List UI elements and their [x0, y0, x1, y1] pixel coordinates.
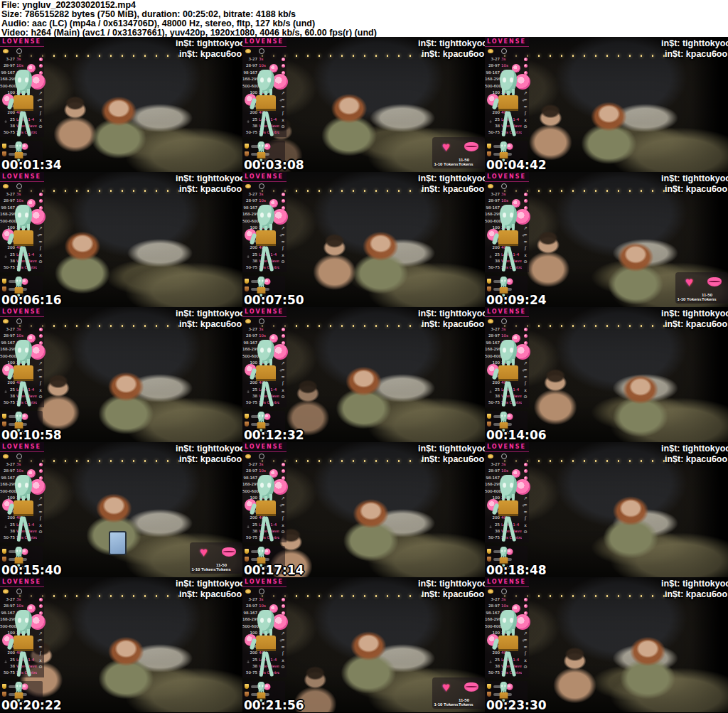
- squidward-mascot: [491, 205, 528, 277]
- overlay-icon-row: [0, 452, 44, 461]
- instagram-handle-2: in$t: kpacu6oo: [176, 454, 242, 465]
- mascot-leg: [507, 651, 517, 677]
- lovense-logo: LOVENSE: [242, 37, 287, 47]
- instagram-handles: in$t: tighttokyoo in$t: kpacu6oo: [176, 309, 242, 330]
- clock-icon: [501, 318, 507, 324]
- mascot-head: [500, 277, 507, 286]
- rose-icon: [282, 463, 285, 466]
- coin-icon: [3, 319, 9, 323]
- token-option-label: 1-10 Tokens: [434, 702, 458, 707]
- rose-icon: [522, 596, 529, 603]
- rose-icon: [39, 469, 43, 473]
- timestamp-label: 00:14:06: [486, 429, 547, 441]
- token-tip-box: ♥ 1-10 Tokens 11-50 Tokens: [190, 542, 242, 574]
- squidward-mascot: [491, 70, 528, 142]
- rose-icon: [522, 603, 529, 609]
- instagram-handle-2: in$t: kpacu6oo: [661, 184, 728, 195]
- lovense-logo: LOVENSE: [485, 172, 529, 182]
- token-option-label: 1-10 Tokens: [191, 567, 215, 572]
- mascot-shirt: [498, 500, 518, 516]
- tip-menu-row: 28-9710s: [0, 468, 44, 474]
- bronze-trophy-icon: [2, 557, 6, 562]
- tip-duration-label: 3s: [16, 191, 37, 198]
- mascot-head: [15, 141, 22, 151]
- rose-icon: [272, 479, 288, 495]
- squidward-mascot: [6, 340, 43, 412]
- video-thumbnail: LOVENSE 3-273s28-9710s98-16715s168-29930…: [242, 577, 485, 712]
- mascot-head: [257, 547, 264, 557]
- rose-icon: [37, 63, 44, 69]
- mascot-leg: [507, 111, 517, 136]
- gold-trophy-icon: [487, 279, 491, 284]
- tip-menu-row: 28-9710s: [242, 603, 287, 609]
- mascot-head: [15, 682, 22, 692]
- rose-icon: [39, 604, 43, 608]
- video-thumbnail: LOVENSE 3-273s28-9710s98-16715s168-29930…: [0, 307, 242, 442]
- lips-icon: [222, 547, 236, 557]
- sparkle-icon: +: [489, 390, 492, 395]
- bronze-trophy-icon: [2, 151, 6, 156]
- rose-icon: [37, 326, 44, 333]
- video-thumbnail: LOVENSE 3-273s28-9710s98-16715s168-29930…: [0, 442, 242, 577]
- mascot-leg: [22, 516, 32, 542]
- tip-menu-row: 3-273s: [0, 191, 44, 198]
- sparkle-icon: +: [4, 660, 7, 665]
- timestamp-label: 00:12:32: [244, 429, 304, 441]
- squidward-mascot: [248, 610, 285, 682]
- mascot-shirt: [14, 365, 33, 381]
- rose-icon: [37, 596, 44, 603]
- tip-menu-row: 3-273s: [242, 191, 287, 198]
- sparkle-icon: +: [279, 503, 282, 508]
- bronze-trophy-icon: [2, 422, 6, 427]
- rose-icon: [524, 193, 528, 196]
- overlay-icon-row: [485, 587, 529, 596]
- lips-icon: [707, 277, 722, 286]
- lovense-logo: LOVENSE: [0, 37, 44, 47]
- tip-menu-row: 28-9710s: [0, 198, 44, 204]
- tip-duration-label: 3s: [16, 596, 37, 603]
- sparkle-icon: +: [247, 254, 250, 259]
- mascot-leg: [507, 246, 517, 272]
- rose-icon: [37, 56, 44, 63]
- rose-icon: [21, 144, 28, 150]
- overlay-icon-row: [242, 47, 287, 55]
- sparkle-icon: +: [247, 390, 250, 395]
- gold-trophy-icon: [487, 549, 491, 554]
- coin-icon: [3, 49, 9, 53]
- meta-audio-line: Audio: aac (LC) (mp4a / 0x6134706D), 480…: [1, 19, 728, 28]
- rose-icon: [515, 344, 530, 360]
- lovense-logo: LOVENSE: [485, 442, 529, 452]
- rose-icon: [272, 209, 288, 225]
- sparkle-icon: +: [279, 233, 282, 238]
- instagram-handle-1: in$t: tighttokyoo: [661, 38, 728, 49]
- clock-icon: [16, 48, 22, 54]
- mascot-leg: [22, 246, 32, 272]
- thumbnail-grid: LOVENSE 3-273s28-9710s98-16715s168-29930…: [0, 37, 728, 712]
- timestamp-label: 00:21:56: [244, 699, 304, 712]
- gold-trophy-icon: [2, 414, 6, 419]
- tip-menu-row: 28-9710s: [242, 63, 287, 69]
- sparkle-icon: +: [37, 368, 40, 373]
- phone-prop: [109, 531, 127, 555]
- tip-token-range: 28-97: [485, 198, 501, 204]
- instagram-handle-1: in$t: tighttokyoo: [418, 38, 485, 49]
- mascot-head: [15, 340, 32, 364]
- tip-menu-row: 28-9710s: [0, 333, 44, 339]
- tip-token-range: 28-97: [485, 603, 501, 609]
- instagram-handle-1: in$t: tighttokyoo: [661, 309, 728, 319]
- sparkle-icon: +: [4, 254, 7, 259]
- rose-icon: [282, 334, 285, 338]
- rose-icon: [272, 74, 288, 90]
- coin-icon: [3, 589, 9, 594]
- rose-icon: [39, 463, 43, 466]
- video-thumbnail: LOVENSE 3-273s28-9710s98-16715s168-29930…: [0, 37, 242, 172]
- instagram-handle-1: in$t: tighttokyoo: [418, 444, 485, 454]
- mascot-leg: [22, 381, 32, 407]
- lovense-logo: LOVENSE: [0, 172, 44, 182]
- rose-icon: [522, 198, 529, 204]
- sparkle-icon: +: [37, 503, 40, 508]
- rose-icon: [37, 333, 44, 339]
- video-thumbnail: LOVENSE 3-273s28-9710s98-16715s168-29930…: [242, 307, 485, 442]
- instagram-handle-1: in$t: tighttokyoo: [176, 38, 242, 49]
- timestamp-label: 00:15:40: [1, 564, 62, 577]
